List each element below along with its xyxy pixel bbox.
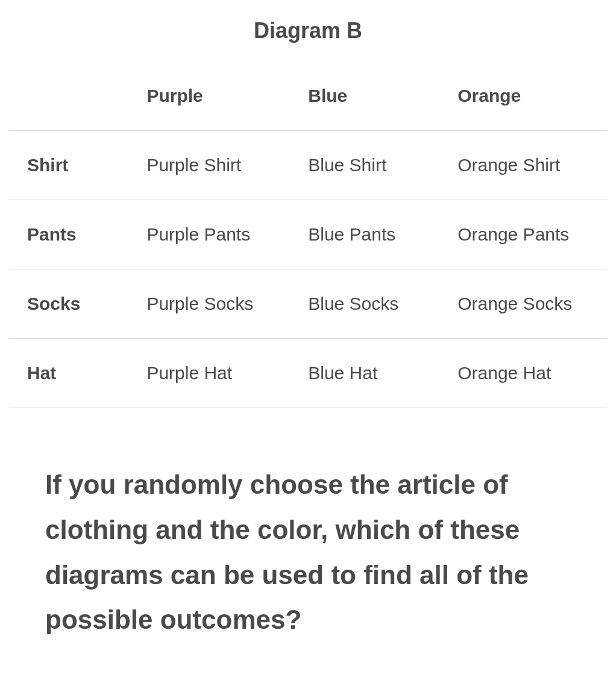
table-row: Pants Purple Pants Blue Pants Orange Pan…	[9, 200, 607, 269]
cell: Orange Shirt	[439, 131, 607, 200]
table-row: Socks Purple Socks Blue Socks Orange Soc…	[9, 269, 607, 339]
table-row: Hat Purple Hat Blue Hat Orange Hat	[9, 339, 607, 408]
col-header-blue: Blue	[290, 61, 439, 131]
row-header-shirt: Shirt	[9, 131, 128, 200]
table-corner-cell	[9, 61, 128, 131]
cell: Orange Pants	[439, 200, 607, 269]
outcomes-table: Purple Blue Orange Shirt Purple Shirt Bl…	[9, 61, 607, 408]
cell: Blue Pants	[290, 200, 439, 269]
table-header-row: Purple Blue Orange	[9, 61, 607, 131]
table-row: Shirt Purple Shirt Blue Shirt Orange Shi…	[9, 131, 607, 200]
question-text: If you randomly choose the article of cl…	[9, 462, 607, 643]
row-header-pants: Pants	[9, 200, 128, 269]
cell: Blue Shirt	[290, 131, 439, 200]
row-header-hat: Hat	[9, 339, 128, 408]
cell: Purple Shirt	[128, 131, 290, 200]
cell: Blue Hat	[290, 339, 439, 408]
cell: Orange Socks	[439, 269, 607, 339]
col-header-orange: Orange	[439, 61, 607, 131]
row-header-socks: Socks	[9, 269, 128, 339]
cell: Purple Pants	[128, 200, 290, 269]
cell: Orange Hat	[439, 339, 607, 408]
cell: Purple Hat	[128, 339, 290, 408]
cell: Blue Socks	[290, 269, 439, 339]
diagram-title: Diagram B	[9, 18, 607, 43]
cell: Purple Socks	[128, 269, 290, 339]
col-header-purple: Purple	[128, 61, 290, 131]
